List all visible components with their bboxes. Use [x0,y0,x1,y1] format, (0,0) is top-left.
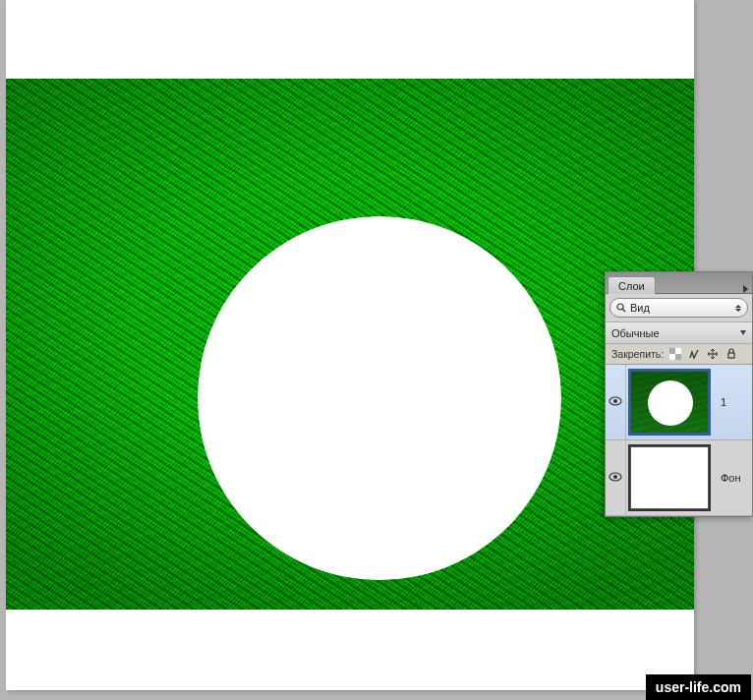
watermark: user-life.com [646,674,751,700]
eye-icon [608,396,622,408]
layer-filter-dropdown[interactable]: Вид [609,298,748,318]
grass-image-layer [6,79,694,610]
layers-list: 1 Фон [606,365,752,516]
document-canvas[interactable] [6,0,694,690]
svg-rect-6 [728,353,734,358]
blend-mode-dropdown[interactable]: Обычные [606,322,752,344]
svg-point-8 [613,399,617,403]
svg-point-10 [613,475,617,479]
layer-row-background[interactable]: Фон [606,440,752,516]
search-icon [616,303,626,313]
layer-thumbnail[interactable] [630,446,709,509]
lock-controls-row: Закрепить: [606,344,752,365]
layer-filter-row: Вид [606,294,752,322]
layer-visibility-toggle[interactable] [606,440,626,515]
tab-layers[interactable]: Слои [608,276,656,294]
blend-mode-label: Обычные [611,327,660,339]
filter-mode-label: Вид [630,302,731,314]
chevron-down-icon [740,330,746,335]
layer-visibility-toggle[interactable] [606,365,626,439]
layer-thumbnail[interactable] [630,371,709,434]
lock-all-icon[interactable] [724,347,738,361]
lock-position-icon[interactable] [706,347,720,361]
svg-rect-2 [669,348,675,354]
layers-panel: Слои Вид Обычные Закрепить: [605,271,753,517]
panel-menu-icon[interactable] [743,285,748,293]
svg-point-0 [617,304,623,310]
dropdown-caret-icon [735,305,741,312]
layer-row-1[interactable]: 1 [606,365,752,440]
lock-label: Закрепить: [611,348,664,360]
eye-icon [608,472,622,484]
svg-line-1 [622,309,625,312]
lock-transparency-icon[interactable] [668,347,682,361]
layer-name[interactable]: 1 [713,396,752,408]
lock-pixels-icon[interactable] [687,347,701,361]
canvas-content [6,0,694,690]
svg-rect-5 [669,354,675,360]
panel-tab-bar: Слои [606,272,752,294]
circle-cutout [198,216,561,580]
layer-name[interactable]: Фон [713,472,752,484]
svg-rect-4 [675,348,681,354]
svg-rect-3 [675,354,681,360]
